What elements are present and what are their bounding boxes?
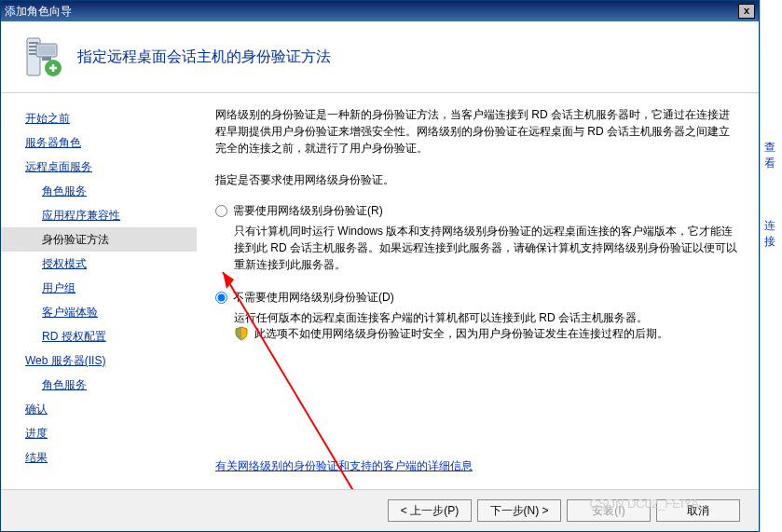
option-require-nla-desc: 只有计算机同时运行 Windows 版本和支持网络级别身份验证的远程桌面连接的客… <box>234 223 740 273</box>
rlabel-connect[interactable]: 连接 <box>764 218 782 250</box>
sidebar-item-2[interactable]: 远程桌面服务 <box>1 155 197 179</box>
sidebar-item-8[interactable]: 客户端体验 <box>1 300 197 324</box>
radio-no-nla[interactable] <box>215 292 227 304</box>
radio-require-nla[interactable] <box>215 205 227 217</box>
server-wizard-icon <box>20 34 64 79</box>
sidebar-item-1[interactable]: 服务器角色 <box>1 130 197 155</box>
option-no-nla-desc: 运行任何版本的远程桌面连接客户端的计算机都可以连接到此 RD 会话主机服务器。 <box>234 309 740 326</box>
option-no-nla: 不需要使用网络级别身份验证(D) 运行任何版本的远程桌面连接客户端的计算机都可以… <box>215 290 740 342</box>
cancel-button[interactable]: 取消 <box>656 499 740 522</box>
shield-warning-icon <box>234 326 249 341</box>
sidebar-item-10[interactable]: Web 服务器(IIS) <box>1 348 197 373</box>
radio-no-nla-label[interactable]: 不需要使用网络级别身份验证(D) <box>233 290 394 306</box>
prev-button[interactable]: < 上一步(P) <box>388 499 472 522</box>
sidebar-item-9[interactable]: RD 授权配置 <box>1 324 197 348</box>
sidebar-item-3[interactable]: 角色服务 <box>1 179 197 203</box>
more-info-link[interactable]: 有关网络级别的身份验证和支持的客户端的详细信息 <box>215 458 740 474</box>
content: 网络级别的身份验证是一种新的身份验证方法，当客户端连接到 RD 会话主机服务器时… <box>197 93 759 489</box>
sidebar-item-0[interactable]: 开始之前 <box>1 106 197 130</box>
sidebar-item-4[interactable]: 应用程序兼容性 <box>1 203 197 227</box>
sidebar-item-7[interactable]: 用户组 <box>1 276 197 300</box>
sidebar-item-5[interactable]: 身份验证方法 <box>1 227 197 252</box>
sidebar-item-11[interactable]: 角色服务 <box>1 373 197 397</box>
sidebar-item-6[interactable]: 授权模式 <box>1 252 197 276</box>
wizard-window: 添加角色向导 x 指定远程桌面会话主机的身份验证方法 开始之前服务器角色远程桌面… <box>0 0 760 532</box>
install-button: 安装(I) <box>567 499 651 522</box>
sidebar: 开始之前服务器角色远程桌面服务角色服务应用程序兼容性身份验证方法授权模式用户组客… <box>1 93 197 489</box>
option-no-nla-warning: 此选项不如使用网络级身份验证时安全，因为用户身份验证发生在连接过程的后期。 <box>254 326 668 342</box>
radio-require-nla-label[interactable]: 需要使用网络级别身份验证(R) <box>233 203 383 219</box>
svg-marker-10 <box>223 272 234 289</box>
sidebar-item-14[interactable]: 结果 <box>1 445 197 470</box>
footer: < 上一步(P) 下一步(N) > 安装(I) 取消 <box>1 489 759 531</box>
right-strip: 查看 连接 <box>760 0 782 532</box>
titlebar: 添加角色向导 x <box>1 1 759 21</box>
option-require-nla: 需要使用网络级别身份验证(R) 只有计算机同时运行 Windows 版本和支持网… <box>215 203 740 273</box>
next-button[interactable]: 下一步(N) > <box>477 499 561 522</box>
svg-rect-6 <box>38 46 55 55</box>
close-icon[interactable]: x <box>738 4 755 19</box>
sidebar-item-13[interactable]: 进度 <box>1 421 197 445</box>
window-title: 添加角色向导 <box>5 4 738 20</box>
svg-rect-1 <box>29 42 38 44</box>
body: 开始之前服务器角色远程桌面服务角色服务应用程序兼容性身份验证方法授权模式用户组客… <box>1 93 759 489</box>
intro-text: 网络级别的身份验证是一种新的身份验证方法，当客户端连接到 RD 会话主机服务器时… <box>215 106 740 157</box>
rlabel-view[interactable]: 查看 <box>764 140 782 171</box>
sidebar-item-12[interactable]: 确认 <box>1 397 197 421</box>
prompt-text: 指定是否要求使用网络级身份验证。 <box>215 171 740 188</box>
header: 指定远程桌面会话主机的身份验证方法 <box>1 21 759 93</box>
page-title: 指定远程桌面会话主机的身份验证方法 <box>77 48 331 67</box>
svg-rect-7 <box>42 57 51 61</box>
